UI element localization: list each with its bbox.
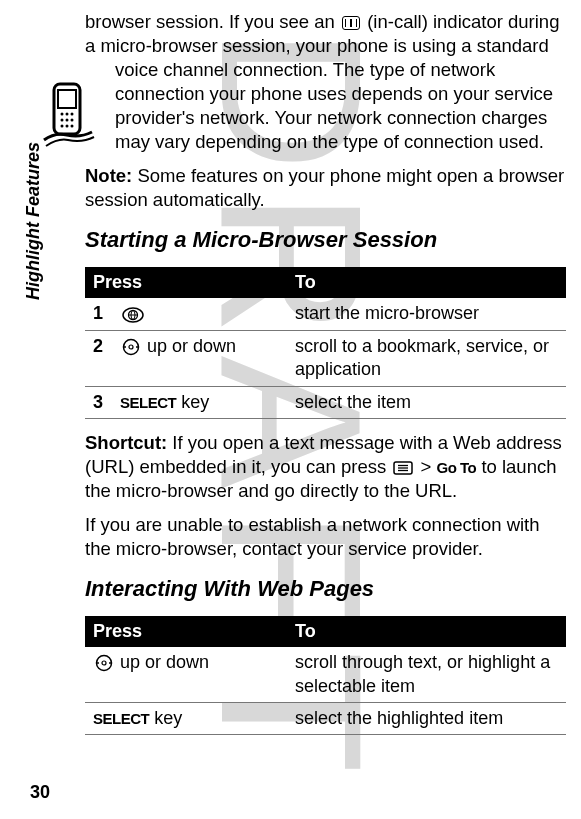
svg-point-3 [66, 113, 69, 116]
row-to: start the micro-browser [287, 298, 566, 330]
menu-key-icon [393, 461, 413, 475]
table1-header-to: To [287, 267, 566, 298]
shortcut-label: Shortcut: [85, 432, 167, 453]
row-press-text: key [149, 708, 182, 728]
svg-rect-1 [58, 90, 76, 108]
svg-point-26 [109, 662, 111, 664]
globe-key-icon [122, 307, 144, 323]
table2-header-press: Press [85, 616, 287, 647]
select-key-label: SELECT [120, 394, 176, 411]
row-to: scroll to a bookmark, service, or applic… [287, 330, 566, 386]
svg-point-24 [102, 661, 106, 665]
svg-point-8 [61, 125, 64, 128]
svg-point-16 [129, 345, 133, 349]
table-row: 1 start the micro-browser [85, 298, 566, 330]
svg-point-25 [97, 662, 99, 664]
select-key-label: SELECT [93, 710, 149, 727]
row-to: select the highlighted item [287, 702, 566, 734]
note-label: Note: [85, 165, 132, 186]
row-press-text: up or down [115, 652, 209, 672]
row-to: scroll through text, or highlight a sele… [287, 647, 566, 702]
row-press-text: up or down [142, 336, 236, 356]
table-starting-session: Press To 1 start the micro-browser [85, 267, 566, 419]
svg-point-2 [61, 113, 64, 116]
heading-starting-session: Starting a Micro-Browser Session [85, 226, 566, 255]
row-to: select the item [287, 386, 566, 418]
nav-key-icon [95, 654, 113, 672]
page-number: 30 [30, 781, 50, 804]
note-paragraph: Note: Some features on your phone might … [85, 164, 566, 212]
note-text: Some features on your phone might open a… [85, 165, 564, 210]
heading-interacting: Interacting With Web Pages [85, 575, 566, 604]
table-row: up or down scroll through text, or highl… [85, 647, 566, 702]
table-row: 2 up or down scroll to a bookmark, servi… [85, 330, 566, 386]
svg-point-18 [136, 346, 138, 348]
svg-point-7 [71, 119, 74, 122]
intro-paragraph: browser session. If you see an (in-call)… [85, 10, 566, 154]
goto-label: Go To [437, 459, 477, 476]
shortcut-paragraph: Shortcut: If you open a text message wit… [85, 431, 566, 503]
row-number: 3 [93, 391, 115, 414]
table-interacting: Press To up or down scroll through text,… [85, 616, 566, 736]
svg-point-9 [66, 125, 69, 128]
nav-key-icon [122, 338, 140, 356]
row-press-text: key [176, 392, 209, 412]
table1-header-press: Press [85, 267, 287, 298]
svg-point-10 [71, 125, 74, 128]
intro-text-3: voice channel connection. The type of ne… [115, 58, 566, 154]
in-call-indicator-icon [342, 16, 360, 30]
svg-point-4 [71, 113, 74, 116]
network-paragraph: If you are unable to establish a network… [85, 513, 566, 561]
table2-header-to: To [287, 616, 566, 647]
svg-point-5 [61, 119, 64, 122]
section-label: Highlight Features [22, 142, 45, 300]
intro-text-1: browser session. If you see an [85, 11, 340, 32]
row-number: 1 [93, 302, 115, 325]
phone-illustration-icon [40, 80, 98, 150]
page-content: Highlight Features browser session. If y… [0, 0, 581, 819]
svg-point-17 [124, 346, 126, 348]
table-row: 3 SELECT key select the item [85, 386, 566, 418]
row-number: 2 [93, 335, 115, 358]
table-row: SELECT key select the highlighted item [85, 702, 566, 734]
svg-point-6 [66, 119, 69, 122]
